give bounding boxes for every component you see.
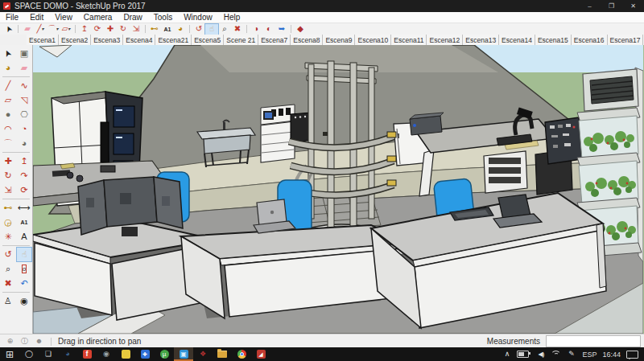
zoom-tool[interactable]: ⌕: [1, 262, 15, 276]
palette-separator[interactable]: [2, 152, 30, 153]
menu-help[interactable]: Help: [218, 13, 246, 22]
scene-tab[interactable]: Escena11: [391, 35, 427, 45]
scale-icon[interactable]: ⇲: [130, 24, 142, 35]
restore-icon[interactable]: ❐: [601, 0, 622, 12]
rotate-tool[interactable]: ↻: [1, 169, 15, 183]
freehand-tool[interactable]: ∿: [17, 79, 31, 92]
model-info-icon[interactable]: ⓘ: [20, 337, 29, 346]
select-tool[interactable]: ➤: [1, 47, 15, 60]
close-icon[interactable]: ✕: [622, 0, 644, 12]
rectangle-icon[interactable]: ▱▾: [60, 24, 72, 35]
offset-icon[interactable]: ⟳: [91, 24, 104, 35]
menu-draw[interactable]: Draw: [118, 13, 147, 22]
scene-tab[interactable]: Escena4: [123, 35, 155, 45]
palette-separator[interactable]: [2, 245, 30, 246]
pie-tool[interactable]: ◔: [17, 122, 31, 136]
axes-tool[interactable]: ✳: [1, 230, 15, 244]
position-camera-tool[interactable]: ♙: [1, 294, 15, 308]
palette-separator[interactable]: [2, 199, 30, 199]
battery-icon[interactable]: [517, 351, 529, 358]
palette-separator[interactable]: [2, 292, 30, 293]
make-component-tool[interactable]: ▣: [17, 47, 31, 60]
scene-tab[interactable]: Escena17: [608, 35, 644, 45]
minimize-icon[interactable]: –: [579, 0, 601, 12]
volume-icon[interactable]: ◀): [535, 350, 546, 359]
scene-tab[interactable]: Escena13: [463, 35, 499, 45]
scene-tab[interactable]: Escena16: [572, 35, 608, 45]
toolbar-separator[interactable]: [246, 25, 247, 33]
style-builder-icon[interactable]: ◐: [262, 24, 275, 35]
text-icon[interactable]: A1: [161, 24, 174, 35]
line-icon[interactable]: ╱▾: [34, 24, 47, 35]
scene-tab[interactable]: Escena7: [258, 35, 291, 45]
paint-bucket-icon[interactable]: ◕: [174, 24, 187, 35]
scene-tab[interactable]: Escena5: [192, 35, 224, 45]
scene-tab[interactable]: Escena14: [499, 35, 535, 45]
orbit-icon[interactable]: ↺: [192, 24, 205, 35]
push-pull-icon[interactable]: ↥: [78, 24, 91, 35]
line-tool[interactable]: ╱: [1, 79, 15, 92]
language-indicator[interactable]: ESP: [582, 351, 597, 359]
menu-file[interactable]: File: [0, 13, 24, 22]
sector-tool[interactable]: ◕: [17, 137, 31, 150]
zoom-window-tool[interactable]: ⌕: [17, 262, 31, 276]
rotate-icon[interactable]: ↻: [117, 24, 130, 35]
send-to-layout-icon[interactable]: ◑: [250, 24, 262, 35]
chevron-up-icon[interactable]: ∧: [502, 350, 512, 359]
rectangle-tool[interactable]: ▱: [1, 93, 15, 107]
zoom-extents-tool[interactable]: ✖: [1, 277, 15, 290]
zoom-extents-icon[interactable]: ✖: [231, 24, 244, 35]
toolbar-separator[interactable]: [291, 25, 291, 33]
select-icon[interactable]: ➤: [2, 24, 15, 35]
pan-icon[interactable]: ☝: [205, 24, 218, 35]
scene-tab[interactable]: Escena12: [427, 35, 463, 45]
dimension-tool[interactable]: ⟷: [17, 201, 31, 215]
viewport-3d-canvas[interactable]: [33, 45, 644, 334]
scene-tab[interactable]: Escena2: [59, 35, 91, 45]
action-center-icon[interactable]: [626, 351, 638, 359]
rotated-rectangle-tool[interactable]: ◹: [17, 93, 31, 107]
toolbar-separator[interactable]: [145, 25, 146, 33]
clock[interactable]: 16:44: [602, 351, 621, 359]
menu-view[interactable]: View: [49, 13, 78, 22]
3d-text-tool[interactable]: A: [17, 230, 31, 244]
pan-tool[interactable]: ☝: [17, 248, 31, 261]
wifi-icon[interactable]: [551, 351, 561, 359]
pen-icon[interactable]: ✎: [566, 350, 576, 359]
scene-tab[interactable]: Escena15: [535, 35, 572, 45]
move-tool[interactable]: ✚: [1, 154, 15, 168]
arc-tool[interactable]: ◠: [1, 122, 15, 136]
scene-tab[interactable]: Escena10: [355, 35, 391, 45]
circle-tool[interactable]: ●: [1, 108, 15, 121]
scene-tab[interactable]: Scene 21: [224, 35, 258, 45]
eraser-tool[interactable]: ▰: [17, 61, 31, 75]
menu-edit[interactable]: Edit: [24, 13, 49, 22]
paint-bucket-tool[interactable]: ◕: [1, 61, 15, 75]
tape-measure-tool[interactable]: ⊷: [1, 201, 15, 215]
move-icon[interactable]: ✚: [104, 24, 117, 35]
scene-tab[interactable]: Escena21: [155, 35, 192, 45]
measurements-input[interactable]: [546, 335, 641, 347]
toolbar-separator[interactable]: [75, 25, 76, 33]
curve-tool[interactable]: ⌒: [1, 137, 15, 150]
offset-tool[interactable]: ⟳: [17, 183, 31, 197]
palette-separator[interactable]: [2, 76, 30, 77]
scene-tab[interactable]: Escena8: [291, 35, 323, 45]
zoom-icon[interactable]: ⌕: [218, 24, 231, 35]
menu-window[interactable]: Window: [178, 13, 218, 22]
previous-tool[interactable]: ↶: [17, 277, 31, 290]
polygon-tool[interactable]: ⎔: [17, 108, 31, 121]
toolbar-separator[interactable]: [189, 25, 190, 33]
extension-warehouse-icon[interactable]: ◆: [294, 24, 307, 35]
scene-tab[interactable]: Escena9: [323, 35, 355, 45]
protractor-tool[interactable]: ◶: [1, 215, 15, 229]
toolbar-separator[interactable]: [18, 25, 19, 33]
geolocation-icon[interactable]: ⊕: [6, 337, 14, 346]
orbit-tool[interactable]: ↺: [1, 248, 15, 261]
eraser-icon[interactable]: ▰: [21, 24, 34, 35]
scene-tab[interactable]: Escena1: [27, 35, 59, 45]
text-tool[interactable]: A1: [17, 215, 31, 229]
menu-camera[interactable]: Camera: [78, 13, 118, 22]
push-pull-tool[interactable]: ↥: [17, 154, 31, 168]
follow-me-tool[interactable]: ↷: [17, 169, 31, 183]
